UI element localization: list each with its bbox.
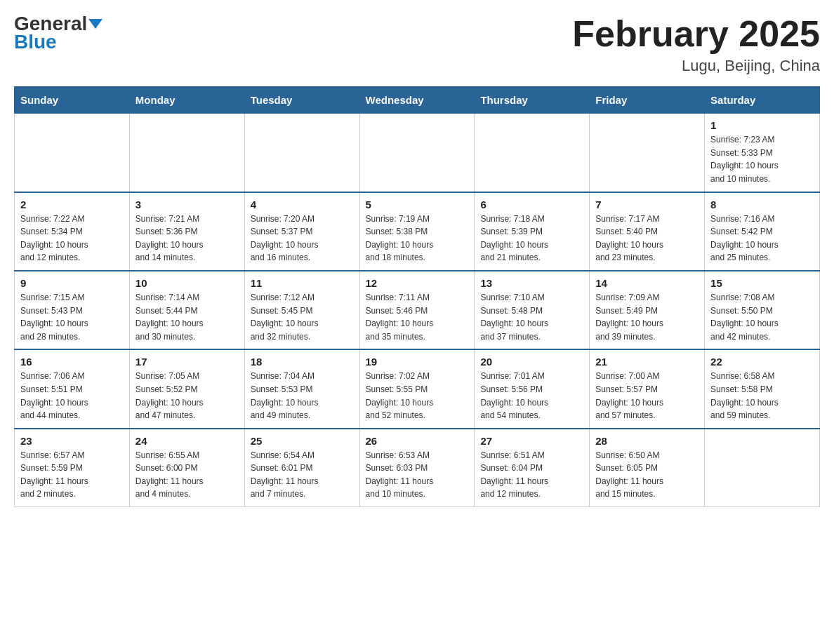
day-info: Sunrise: 7:20 AM Sunset: 5:37 PM Dayligh…: [251, 213, 354, 264]
day-info: Sunrise: 7:08 AM Sunset: 5:50 PM Dayligh…: [710, 291, 814, 343]
day-number: 4: [251, 199, 354, 210]
day-number: 22: [710, 356, 814, 368]
calendar-cell: [590, 114, 705, 192]
day-info: Sunrise: 7:15 AM Sunset: 5:43 PM Dayligh…: [20, 291, 124, 343]
day-info: Sunrise: 7:18 AM Sunset: 5:39 PM Dayligh…: [480, 213, 583, 264]
calendar-cell: 21Sunrise: 7:00 AM Sunset: 5:57 PM Dayli…: [590, 349, 705, 428]
day-number: 14: [595, 277, 699, 289]
day-number: 8: [710, 199, 814, 210]
day-info: Sunrise: 7:17 AM Sunset: 5:40 PM Dayligh…: [595, 213, 699, 264]
logo-blue: Blue: [14, 31, 57, 53]
logo: General Blue: [14, 14, 102, 53]
calendar-cell: [705, 429, 820, 507]
location: Lugu, Beijing, China: [572, 57, 820, 75]
day-number: 6: [480, 199, 583, 210]
week-row-3: 9Sunrise: 7:15 AM Sunset: 5:43 PM Daylig…: [15, 271, 820, 349]
day-number: 12: [366, 277, 469, 289]
calendar-cell: [129, 114, 244, 192]
day-info: Sunrise: 7:11 AM Sunset: 5:46 PM Dayligh…: [366, 291, 469, 343]
calendar-cell: 14Sunrise: 7:09 AM Sunset: 5:49 PM Dayli…: [590, 271, 705, 349]
day-info: Sunrise: 7:01 AM Sunset: 5:56 PM Dayligh…: [480, 370, 583, 422]
day-info: Sunrise: 7:00 AM Sunset: 5:57 PM Dayligh…: [595, 370, 699, 422]
day-info: Sunrise: 7:12 AM Sunset: 5:45 PM Dayligh…: [251, 291, 354, 343]
day-number: 13: [480, 277, 583, 289]
day-info: Sunrise: 7:09 AM Sunset: 5:49 PM Dayligh…: [595, 291, 699, 343]
day-info: Sunrise: 7:04 AM Sunset: 5:53 PM Dayligh…: [251, 370, 354, 422]
day-number: 16: [20, 356, 124, 368]
day-number: 19: [366, 356, 469, 368]
day-number: 7: [595, 199, 699, 210]
day-info: Sunrise: 7:02 AM Sunset: 5:55 PM Dayligh…: [366, 370, 469, 422]
weekday-header-monday: Monday: [129, 87, 244, 114]
calendar-table: SundayMondayTuesdayWednesdayThursdayFrid…: [14, 86, 820, 507]
calendar-cell: 3Sunrise: 7:21 AM Sunset: 5:36 PM Daylig…: [129, 192, 244, 271]
day-number: 21: [595, 356, 699, 368]
calendar-cell: 17Sunrise: 7:05 AM Sunset: 5:52 PM Dayli…: [129, 349, 244, 428]
calendar-cell: [359, 114, 475, 192]
calendar-cell: 16Sunrise: 7:06 AM Sunset: 5:51 PM Dayli…: [15, 349, 130, 428]
month-title: February 2025: [572, 14, 820, 54]
weekday-header-friday: Friday: [590, 87, 705, 114]
day-number: 20: [480, 356, 583, 368]
day-number: 5: [366, 199, 469, 210]
day-number: 10: [135, 277, 239, 289]
title-block: February 2025 Lugu, Beijing, China: [572, 14, 820, 75]
day-info: Sunrise: 7:21 AM Sunset: 5:36 PM Dayligh…: [135, 213, 239, 264]
page-header: General Blue February 2025 Lugu, Beijing…: [14, 14, 820, 75]
day-number: 28: [595, 435, 699, 447]
calendar-cell: 8Sunrise: 7:16 AM Sunset: 5:42 PM Daylig…: [705, 192, 820, 271]
day-number: 18: [251, 356, 354, 368]
week-row-2: 2Sunrise: 7:22 AM Sunset: 5:34 PM Daylig…: [15, 192, 820, 271]
day-number: 11: [251, 277, 354, 289]
day-info: Sunrise: 6:54 AM Sunset: 6:01 PM Dayligh…: [251, 449, 354, 501]
day-number: 24: [135, 435, 239, 447]
calendar-cell: 12Sunrise: 7:11 AM Sunset: 5:46 PM Dayli…: [359, 271, 475, 349]
day-number: 9: [20, 277, 124, 289]
calendar-cell: 23Sunrise: 6:57 AM Sunset: 5:59 PM Dayli…: [15, 429, 130, 507]
week-row-5: 23Sunrise: 6:57 AM Sunset: 5:59 PM Dayli…: [15, 429, 820, 507]
calendar-cell: 15Sunrise: 7:08 AM Sunset: 5:50 PM Dayli…: [705, 271, 820, 349]
day-info: Sunrise: 6:58 AM Sunset: 5:58 PM Dayligh…: [710, 370, 814, 422]
logo-arrow-icon: [88, 19, 102, 29]
day-number: 25: [251, 435, 354, 447]
day-info: Sunrise: 6:51 AM Sunset: 6:04 PM Dayligh…: [480, 449, 583, 501]
day-info: Sunrise: 7:16 AM Sunset: 5:42 PM Dayligh…: [710, 213, 814, 264]
day-number: 15: [710, 277, 814, 289]
calendar-cell: 25Sunrise: 6:54 AM Sunset: 6:01 PM Dayli…: [244, 429, 359, 507]
calendar-cell: 6Sunrise: 7:18 AM Sunset: 5:39 PM Daylig…: [475, 192, 590, 271]
day-info: Sunrise: 7:19 AM Sunset: 5:38 PM Dayligh…: [366, 213, 469, 264]
calendar-cell: 2Sunrise: 7:22 AM Sunset: 5:34 PM Daylig…: [15, 192, 130, 271]
day-number: 17: [135, 356, 239, 368]
day-number: 3: [135, 199, 239, 210]
week-row-4: 16Sunrise: 7:06 AM Sunset: 5:51 PM Dayli…: [15, 349, 820, 428]
day-number: 26: [366, 435, 469, 447]
day-info: Sunrise: 7:22 AM Sunset: 5:34 PM Dayligh…: [20, 213, 124, 264]
calendar-cell: 11Sunrise: 7:12 AM Sunset: 5:45 PM Dayli…: [244, 271, 359, 349]
calendar-cell: 18Sunrise: 7:04 AM Sunset: 5:53 PM Dayli…: [244, 349, 359, 428]
calendar-cell: 5Sunrise: 7:19 AM Sunset: 5:38 PM Daylig…: [359, 192, 475, 271]
calendar-cell: 19Sunrise: 7:02 AM Sunset: 5:55 PM Dayli…: [359, 349, 475, 428]
day-number: 2: [20, 199, 124, 210]
day-number: 27: [480, 435, 583, 447]
day-number: 23: [20, 435, 124, 447]
calendar-cell: [15, 114, 130, 192]
day-info: Sunrise: 7:06 AM Sunset: 5:51 PM Dayligh…: [20, 370, 124, 422]
weekday-header-sunday: Sunday: [15, 87, 130, 114]
calendar-cell: 4Sunrise: 7:20 AM Sunset: 5:37 PM Daylig…: [244, 192, 359, 271]
day-info: Sunrise: 7:23 AM Sunset: 5:33 PM Dayligh…: [710, 133, 814, 185]
weekday-header-row: SundayMondayTuesdayWednesdayThursdayFrid…: [15, 87, 820, 114]
day-info: Sunrise: 7:05 AM Sunset: 5:52 PM Dayligh…: [135, 370, 239, 422]
calendar-cell: [475, 114, 590, 192]
weekday-header-wednesday: Wednesday: [359, 87, 475, 114]
calendar-cell: [244, 114, 359, 192]
day-info: Sunrise: 6:53 AM Sunset: 6:03 PM Dayligh…: [366, 449, 469, 501]
calendar-cell: 27Sunrise: 6:51 AM Sunset: 6:04 PM Dayli…: [475, 429, 590, 507]
calendar-cell: 1Sunrise: 7:23 AM Sunset: 5:33 PM Daylig…: [705, 114, 820, 192]
calendar-cell: 9Sunrise: 7:15 AM Sunset: 5:43 PM Daylig…: [15, 271, 130, 349]
calendar-cell: 22Sunrise: 6:58 AM Sunset: 5:58 PM Dayli…: [705, 349, 820, 428]
calendar-cell: 20Sunrise: 7:01 AM Sunset: 5:56 PM Dayli…: [475, 349, 590, 428]
day-info: Sunrise: 6:55 AM Sunset: 6:00 PM Dayligh…: [135, 449, 239, 501]
day-number: 1: [710, 119, 814, 131]
calendar-cell: 7Sunrise: 7:17 AM Sunset: 5:40 PM Daylig…: [590, 192, 705, 271]
day-info: Sunrise: 7:10 AM Sunset: 5:48 PM Dayligh…: [480, 291, 583, 343]
